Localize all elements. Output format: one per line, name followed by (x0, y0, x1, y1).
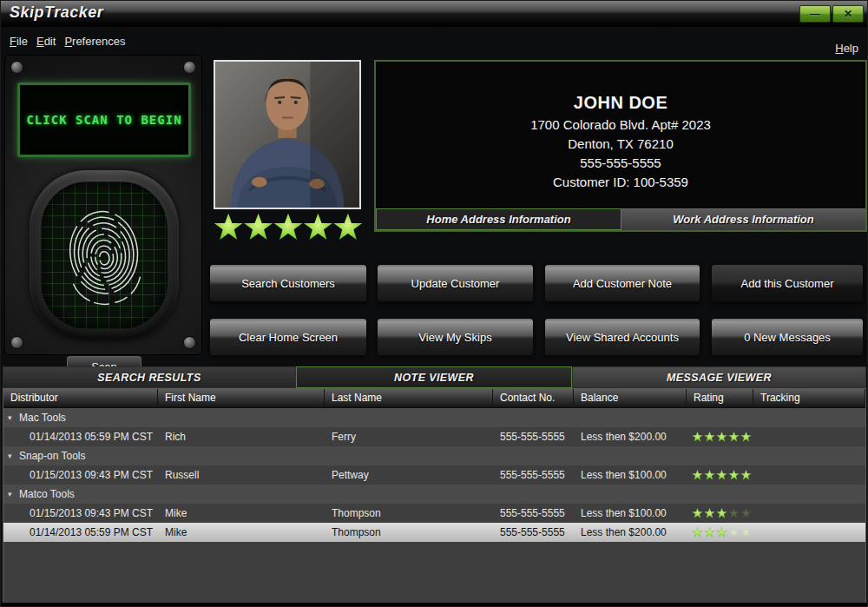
view-shared-accounts-button[interactable]: View Shared Accounts (544, 318, 700, 356)
star-icon (704, 470, 715, 481)
cell-last-name: Pettway (325, 465, 493, 485)
cell-first-name: Rich (158, 427, 325, 446)
scanner-lcd-display: CLICK SCAN TO BEGIN (17, 82, 191, 157)
app-title: SkipTracker (10, 3, 103, 22)
column-header-first-name[interactable]: First Name (158, 389, 325, 407)
star-icon (704, 432, 715, 443)
customer-address-line1: 1700 Colorado Blvd. Apt# 2023 (376, 115, 865, 135)
table-header: DistributorFirst NameLast NameContact No… (3, 389, 865, 408)
screw-icon (10, 61, 23, 74)
column-header-tracking[interactable]: Tracking (753, 389, 865, 407)
column-header-distributor[interactable]: Distributor (3, 389, 158, 407)
menubar-items: FileEditPreferences (1, 35, 125, 48)
cell-last-name: Thompson (325, 504, 493, 523)
table-row[interactable]: 01/15/2013 09:43 PM CSTMikeThompson555-5… (3, 504, 865, 523)
update-customer-button[interactable]: Update Customer (377, 264, 534, 302)
tab-note-viewer[interactable]: NOTE VIEWER (296, 366, 572, 388)
collapse-icon[interactable]: ▾ (8, 485, 12, 504)
cell-contact: 555-555-5555 (493, 504, 574, 523)
view-my-skips-button[interactable]: View My Skips (377, 318, 534, 356)
menu-file[interactable]: File (10, 35, 28, 48)
viewer-tabs: SEARCH RESULTSNOTE VIEWERMESSAGE VIEWER (3, 366, 866, 388)
cell-last-name: Ferry (325, 427, 493, 446)
cell-first-name: Mike (158, 523, 325, 542)
screw-icon (10, 336, 23, 349)
star-icon (728, 470, 740, 481)
star-icon (716, 527, 727, 538)
results-table: DistributorFirst NameLast NameContact No… (3, 388, 866, 604)
column-header-rating[interactable]: Rating (687, 389, 753, 407)
cell-balance: Less then $200.00 (574, 427, 687, 446)
0-new-messages-button[interactable]: 0 New Messages (711, 318, 864, 356)
star-icon (716, 432, 727, 443)
group-row[interactable]: ▾Matco Tools (3, 485, 865, 504)
menubar: FileEditPreferences Help (1, 28, 868, 53)
customer-rating (214, 213, 363, 241)
rating-stars (687, 504, 753, 523)
cell-timestamp: 01/14/2013 05:59 PM CST (3, 523, 158, 542)
portrait-image (215, 62, 359, 208)
add-this-customer-button[interactable]: Add this Customer (711, 264, 864, 302)
address-tabs: Home Address InformationWork Address Inf… (376, 208, 865, 230)
star-icon (704, 508, 715, 519)
cell-balance: Less then $100.00 (574, 465, 687, 485)
screw-icon (183, 336, 196, 349)
clear-home-screen-button[interactable]: Clear Home Screen (209, 318, 367, 356)
fingerprint-image (59, 202, 149, 309)
menu-help[interactable]: Help (835, 42, 858, 55)
cell-contact: 555-555-5555 (493, 465, 574, 485)
menu-preferences[interactable]: Preferences (64, 35, 125, 48)
rating-stars (687, 523, 753, 542)
group-row[interactable]: ▾Snap-on Tools (3, 446, 865, 465)
star-icon (728, 432, 740, 443)
star-icon (692, 470, 703, 481)
star-icon (716, 470, 727, 481)
star-icon (692, 527, 703, 538)
table-row[interactable]: 01/14/2013 05:59 PM CSTRichFerry555-555-… (3, 427, 865, 446)
table-row[interactable]: 01/15/2013 09:43 PM CSTRussellPettway555… (3, 465, 865, 485)
star-icon (704, 527, 715, 538)
tab-message-viewer[interactable]: MESSAGE VIEWER (572, 366, 866, 388)
star-icon (740, 527, 752, 538)
customer-name: JOHN DOE (376, 93, 865, 113)
close-button[interactable]: ✕ (832, 5, 864, 23)
group-name: ▾Snap-on Tools (3, 446, 865, 465)
group-name: ▾Mac Tools (3, 408, 865, 427)
fingerprint-scanner-panel: CLICK SCAN TO BEGIN (4, 55, 202, 355)
table-body: ▾Mac Tools01/14/2013 05:59 PM CSTRichFer… (3, 408, 865, 542)
collapse-icon[interactable]: ▾ (8, 408, 12, 427)
star-icon (740, 432, 752, 443)
star-icon (273, 213, 303, 241)
group-name: ▾Matco Tools (3, 485, 865, 504)
scanner-screen (41, 181, 168, 329)
cell-tracking (753, 465, 865, 485)
search-customers-button[interactable]: Search Customers (209, 264, 367, 302)
cell-balance: Less then $200.00 (574, 523, 687, 542)
star-icon (243, 213, 273, 241)
cell-contact: 555-555-5555 (493, 523, 574, 542)
minimize-icon: — (810, 8, 820, 20)
collapse-icon[interactable]: ▾ (8, 446, 12, 465)
group-row[interactable]: ▾Mac Tools (3, 408, 865, 427)
customer-info-panel: JOHN DOE 1700 Colorado Blvd. Apt# 2023 D… (374, 60, 867, 232)
close-icon: ✕ (844, 8, 852, 20)
tab-work-address-information[interactable]: Work Address Information (621, 208, 865, 230)
star-icon (303, 213, 332, 241)
cell-first-name: Mike (158, 504, 325, 523)
customer-photo (214, 60, 361, 209)
add-customer-note-button[interactable]: Add Customer Note (544, 264, 700, 302)
table-row[interactable]: 01/14/2013 05:59 PM CSTMikeThompson555-5… (3, 523, 865, 542)
titlebar: SkipTracker — ✕ (1, 1, 868, 27)
column-header-contact-no-[interactable]: Contact No. (493, 389, 574, 407)
minimize-button[interactable]: — (799, 5, 831, 23)
star-icon (740, 470, 752, 481)
tab-search-results[interactable]: SEARCH RESULTS (3, 366, 296, 388)
cell-balance: Less then $100.00 (574, 504, 687, 523)
column-header-balance[interactable]: Balance (574, 389, 687, 407)
app-window: SkipTracker — ✕ FileEditPreferences Help… (0, 0, 868, 607)
column-header-last-name[interactable]: Last Name (325, 389, 493, 407)
cell-tracking (753, 523, 865, 542)
star-icon (728, 508, 740, 519)
menu-edit[interactable]: Edit (36, 35, 56, 48)
tab-home-address-information[interactable]: Home Address Information (376, 208, 621, 230)
